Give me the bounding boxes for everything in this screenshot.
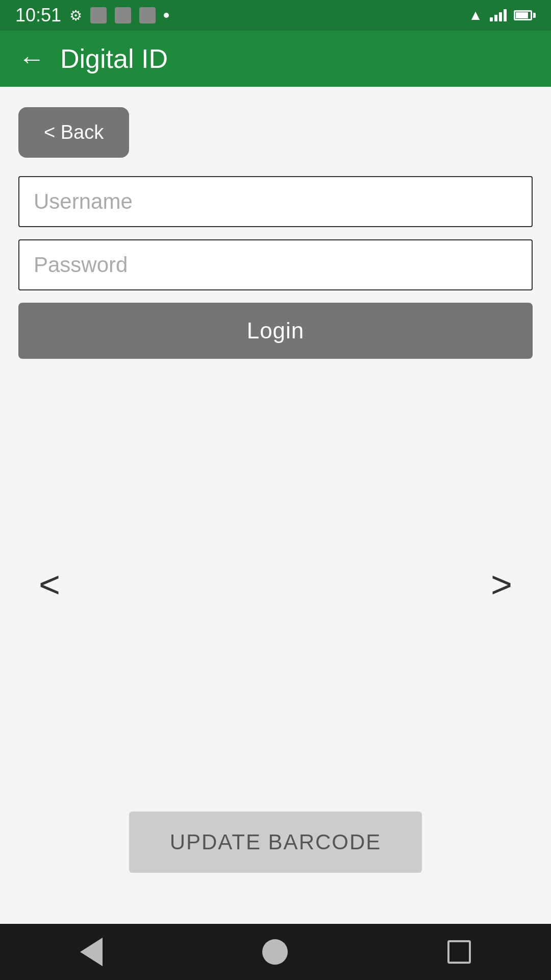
app-bar: ← Digital ID — [0, 31, 551, 87]
carousel-content — [70, 508, 481, 661]
update-barcode-container: UPDATE BARCODE — [18, 812, 533, 873]
carousel-prev-button[interactable]: < — [29, 553, 70, 616]
app-icon-1 — [90, 7, 107, 23]
nav-home-button[interactable] — [262, 939, 288, 965]
status-bar-left: 10:51 ⚙ — [15, 5, 169, 26]
app-bar-back-button[interactable]: ← — [18, 43, 45, 74]
status-bar-right: ▲ — [468, 7, 536, 23]
battery-icon — [514, 10, 536, 20]
username-input[interactable] — [18, 176, 533, 227]
wifi-icon: ▲ — [468, 7, 483, 23]
carousel: < > — [18, 377, 533, 791]
nav-back-button[interactable] — [80, 938, 103, 966]
gear-icon: ⚙ — [69, 7, 82, 24]
nav-bar — [0, 924, 551, 980]
app-icon-3 — [139, 7, 156, 23]
password-input[interactable] — [18, 239, 533, 290]
update-barcode-button[interactable]: UPDATE BARCODE — [129, 812, 422, 873]
status-time: 10:51 — [15, 5, 61, 26]
login-form: Login — [18, 176, 533, 359]
carousel-next-button[interactable]: > — [481, 553, 522, 616]
nav-back-icon — [80, 938, 103, 966]
login-button[interactable]: Login — [18, 303, 533, 359]
main-content: < Back Login < > UPDATE BARCODE — [0, 87, 551, 924]
signal-icon — [490, 9, 507, 21]
nav-recents-icon — [447, 940, 471, 964]
status-bar: 10:51 ⚙ ▲ — [0, 0, 551, 31]
app-icon-2 — [115, 7, 131, 23]
nav-home-icon — [262, 939, 288, 965]
nav-recents-button[interactable] — [447, 940, 471, 964]
app-bar-title: Digital ID — [60, 43, 168, 74]
notification-dot — [164, 13, 169, 18]
back-button[interactable]: < Back — [18, 107, 129, 158]
